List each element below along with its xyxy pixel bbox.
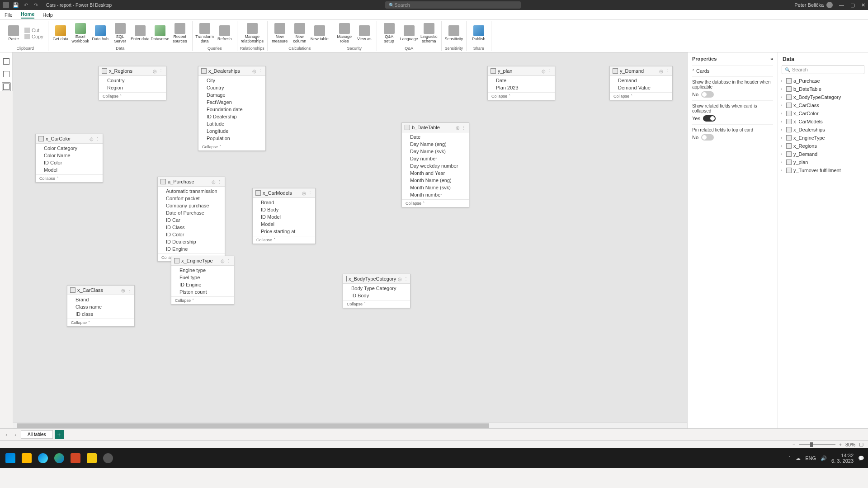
data-tree-item[interactable]: ›a_Purchase (780, 77, 866, 85)
field-item[interactable]: ID Body (253, 206, 315, 213)
table-card-regions[interactable]: x_Regions◎⋮CountryRegionCollapse ˄ (99, 66, 166, 100)
data-tree-item[interactable]: ›x_EngineType (780, 134, 866, 142)
data-tree-item[interactable]: ›y_Demand (780, 150, 866, 158)
eye-icon[interactable]: ◎ (456, 125, 460, 130)
powerbi-button[interactable] (85, 451, 99, 465)
field-item[interactable]: FactWagen (198, 99, 265, 106)
field-item[interactable]: Piston count (171, 288, 234, 296)
qa-setup-button[interactable]: Q&A setup (380, 21, 399, 46)
paste-button[interactable]: Paste (5, 21, 22, 46)
eye-icon[interactable]: ◎ (302, 191, 306, 196)
show-related-toggle[interactable] (703, 115, 716, 122)
more-icon[interactable]: ⋮ (226, 258, 231, 263)
zoom-out[interactable]: − (793, 442, 795, 447)
more-icon[interactable]: ⋮ (308, 191, 312, 196)
eye-icon[interactable]: ◎ (542, 69, 546, 74)
collapse-link[interactable]: Collapse ˄ (610, 92, 672, 100)
field-item[interactable]: ID Engine (158, 245, 225, 253)
report-view-button[interactable] (2, 57, 11, 66)
tray-notif-icon[interactable]: 💬 (858, 455, 864, 461)
table-card-demand[interactable]: y_Demand◎⋮DemandDemand ValueCollapse ˄ (609, 66, 673, 100)
field-item[interactable]: Month number (402, 191, 469, 198)
collapse-link[interactable]: Collapse ˄ (402, 199, 469, 207)
data-tree-item[interactable]: ›x_BodyTypeCategory (780, 93, 866, 101)
field-item[interactable]: Longitude (198, 127, 265, 135)
field-item[interactable]: Date (488, 77, 555, 84)
tab-prev[interactable]: ‹ (3, 432, 10, 437)
eye-icon[interactable]: ◎ (212, 179, 216, 184)
minimize-button[interactable]: — (839, 2, 844, 8)
field-item[interactable]: ID Color (36, 159, 103, 166)
field-item[interactable]: Color Name (36, 152, 103, 159)
field-item[interactable]: Price starting at (253, 228, 315, 235)
explorer-button[interactable] (20, 451, 33, 465)
cut-button[interactable]: Cut (24, 28, 43, 33)
more-icon[interactable]: ⋮ (462, 125, 466, 130)
data-tree-item[interactable]: ›x_CarClass (780, 101, 866, 109)
field-item[interactable]: Automatic transmission (158, 188, 225, 195)
add-tab-button[interactable]: + (55, 430, 64, 439)
more-icon[interactable]: ⋮ (127, 288, 132, 293)
table-card-body[interactable]: x_BodyTypeCategory◎⋮Body Type CategoryID… (343, 274, 410, 308)
close-button[interactable]: ✕ (861, 2, 865, 8)
field-item[interactable]: Month Name (eng) (402, 177, 469, 184)
undo-icon[interactable]: ↶ (23, 2, 29, 8)
canvas-hscroll[interactable] (13, 422, 687, 428)
field-item[interactable]: ID Dealership (198, 113, 265, 120)
global-search[interactable]: 🔍 Search (385, 1, 521, 9)
field-item[interactable]: Date (402, 133, 469, 141)
data-hub-button[interactable]: Data hub (91, 21, 110, 46)
field-item[interactable]: ID Model (253, 213, 315, 221)
field-item[interactable]: Day number (402, 155, 469, 162)
field-item[interactable]: Model (36, 166, 103, 174)
get-data-button[interactable]: Get data (51, 21, 70, 46)
field-item[interactable]: Brand (253, 199, 315, 206)
field-item[interactable]: Day Name (svk) (402, 148, 469, 155)
field-item[interactable]: Damage (198, 91, 265, 99)
more-icon[interactable]: ⋮ (217, 179, 222, 184)
data-view-button[interactable] (2, 70, 11, 79)
model-view-button[interactable] (2, 82, 11, 91)
collapse-link[interactable]: Collapse ˄ (171, 296, 234, 304)
edge-button[interactable] (36, 451, 50, 465)
field-item[interactable]: Company purchase (158, 202, 225, 209)
data-tree-item[interactable]: ›b_DateTable (780, 85, 866, 93)
field-item[interactable]: Demand Value (610, 84, 672, 91)
field-item[interactable]: Population (198, 135, 265, 142)
transform-button[interactable]: Transform data (195, 21, 214, 46)
collapse-link[interactable]: Collapse ˄ (198, 143, 265, 150)
field-item[interactable]: Brand (67, 296, 134, 303)
zoom-slider[interactable] (799, 444, 835, 445)
publish-button[interactable]: Publish (469, 21, 488, 46)
model-canvas[interactable]: x_Regions◎⋮CountryRegionCollapse ˄x_Deal… (13, 52, 687, 428)
field-item[interactable]: Demand (610, 77, 672, 84)
edge2-button[interactable] (52, 451, 66, 465)
manage-rel-button[interactable]: Manage relationships (243, 21, 262, 46)
data-tree-item[interactable]: ›y_Turnover fulfillment (780, 166, 866, 174)
collapse-link[interactable]: Collapse ˄ (253, 236, 315, 244)
data-search-input[interactable]: 🔍 Search (782, 65, 864, 74)
tab-next[interactable]: › (12, 432, 19, 437)
excel-button[interactable]: Excel workbook (71, 21, 90, 46)
table-card-purchase[interactable]: a_Purchase◎⋮Automatic transmissionComfor… (157, 177, 225, 262)
more-icon[interactable]: ⋮ (258, 69, 263, 74)
more-icon[interactable]: ⋮ (95, 136, 100, 141)
table-card-datetable[interactable]: b_DateTable◎⋮DateDay Name (eng)Day Name … (401, 122, 469, 207)
start-button[interactable] (4, 451, 17, 465)
more-icon[interactable]: ⋮ (159, 69, 163, 74)
fit-page-icon[interactable]: ▢ (859, 441, 863, 447)
tray-cloud-icon[interactable]: ☁ (796, 455, 801, 461)
menu-file[interactable]: File (5, 12, 13, 18)
copy-button[interactable]: Copy (24, 34, 43, 39)
collapse-link[interactable]: Collapse ˄ (67, 319, 134, 326)
field-item[interactable]: Class name (67, 303, 134, 310)
sensitivity-button[interactable]: Sensitivity (444, 21, 463, 46)
field-item[interactable]: Day Name (eng) (402, 141, 469, 148)
field-item[interactable]: Month Name (svk) (402, 184, 469, 191)
field-item[interactable]: Day weekday number (402, 162, 469, 169)
field-item[interactable]: Model (253, 221, 315, 228)
zoom-in[interactable]: + (839, 442, 842, 447)
eye-icon[interactable]: ◎ (221, 258, 225, 263)
save-icon[interactable]: 💾 (13, 2, 19, 8)
data-tree-item[interactable]: ›y_plan (780, 158, 866, 166)
